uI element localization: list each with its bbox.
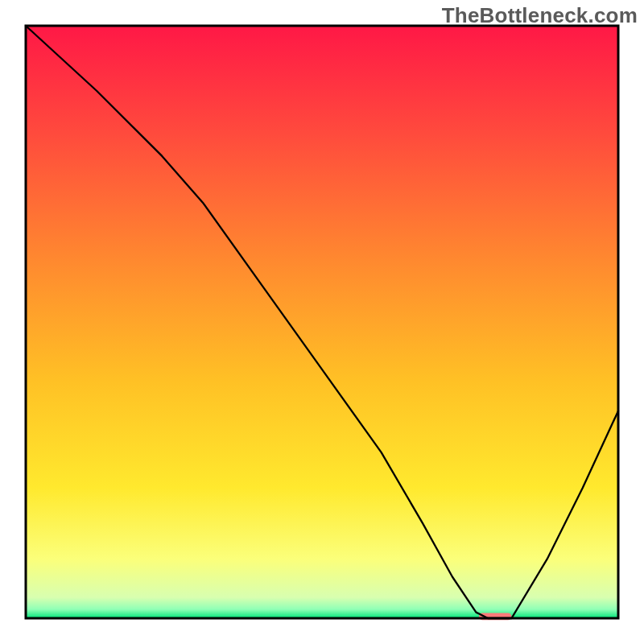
plot-background xyxy=(26,26,618,618)
chart-canvas: TheBottleneck.com xyxy=(0,0,644,644)
watermark: TheBottleneck.com xyxy=(442,3,638,28)
chart-svg xyxy=(0,0,644,644)
